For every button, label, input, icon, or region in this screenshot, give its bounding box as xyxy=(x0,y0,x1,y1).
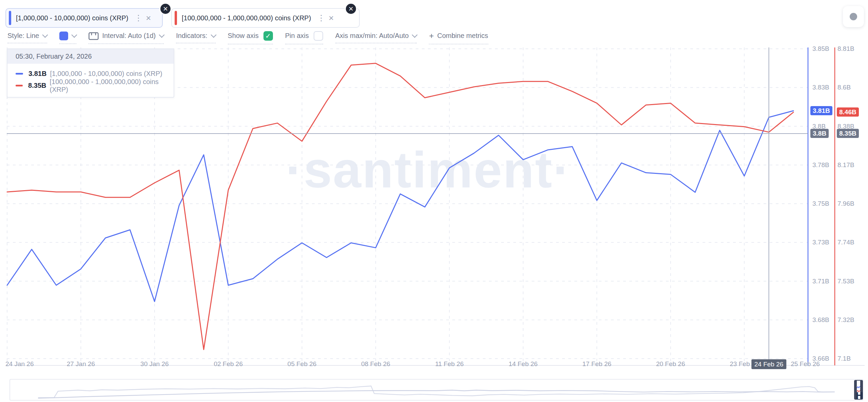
x-tick-label: 17 Feb 26 xyxy=(582,360,611,368)
plus-icon: + xyxy=(429,31,434,41)
record-button[interactable] xyxy=(843,6,864,27)
x-tick-label: 05 Feb 26 xyxy=(288,360,317,368)
record-icon xyxy=(850,13,857,20)
axis-maxmin-label: Axis max/min: Auto/Auto xyxy=(335,32,409,40)
combine-metrics-button[interactable]: + Combine metrics xyxy=(429,31,488,44)
axis-maxmin-dropdown[interactable]: Axis max/min: Auto/Auto xyxy=(335,32,417,43)
chevron-down-icon xyxy=(412,32,418,38)
chart-toolbar: Style: Line Interval: Auto (1d) Indicato… xyxy=(7,30,488,45)
color-picker[interactable] xyxy=(59,32,76,44)
x-tick-label: 27 Jan 26 xyxy=(67,360,95,368)
tooltip-value: 3.81B xyxy=(28,70,46,78)
y-tick-label: 3.68B xyxy=(812,316,829,324)
combine-metrics-label: Combine metrics xyxy=(437,32,488,40)
show-axis-label: Show axis xyxy=(228,32,259,40)
crosshair-date-badge: 24 Feb 26 xyxy=(751,359,787,369)
crosshair-badge-red-axis: 8.35B xyxy=(837,129,859,138)
tooltip-label: [1,000,000 - 10,000,000) coins (XRP) xyxy=(50,70,162,78)
pin-axis-label: Pin axis xyxy=(285,32,309,40)
y-tick-label: 3.75B xyxy=(812,200,829,207)
pin-axis-checkbox[interactable] xyxy=(314,31,323,41)
y-tick-label: 7.1B xyxy=(837,355,851,362)
x-tick-label: 14 Feb 26 xyxy=(509,360,538,368)
show-axis-checkbox[interactable]: ✓ xyxy=(263,31,273,41)
metric-tab-1[interactable]: [1,000,000 - 10,000,000) coins (XRP) ⋮ × xyxy=(5,8,163,28)
y-tick-label: 3.78B xyxy=(812,161,829,169)
metric-tab-label: [1,000,000 - 10,000,000) coins (XRP) xyxy=(16,14,128,22)
y-tick-label: 8.17B xyxy=(837,161,854,169)
y-tick-label: 8.81B xyxy=(837,45,854,53)
tooltip-value: 8.35B xyxy=(28,82,46,89)
y-tick-label: 8.6B xyxy=(837,84,851,91)
tooltip-row-red: 8.35B [100,000,000 - 1,000,000,000) coin… xyxy=(16,80,174,92)
last-value-badge-red: 8.46B xyxy=(837,107,859,117)
metric-tab-label: [100,000,000 - 1,000,000,000) coins (XRP… xyxy=(182,14,311,22)
interval-dropdown[interactable]: Interval: Auto (1d) xyxy=(88,32,164,44)
last-value-badge-blue: 3.81B xyxy=(810,106,832,115)
style-label: Style: Line xyxy=(7,32,39,40)
tooltip-label: [100,000,000 - 1,000,000,000) coins (XRP… xyxy=(50,78,174,94)
x-tick-label: 25 Feb 26 xyxy=(791,360,820,368)
metric-tab-2[interactable]: [100,000,000 - 1,000,000,000) coins (XRP… xyxy=(171,8,360,28)
chevron-down-icon xyxy=(211,32,216,38)
chart-tooltip: 05:30, February 24, 2026 3.81B [1,000,00… xyxy=(7,48,174,98)
x-tick-label: 08 Feb 26 xyxy=(361,360,390,368)
chevron-down-icon xyxy=(159,32,165,38)
metric-color-bar xyxy=(9,11,11,25)
y-tick-label: 3.85B xyxy=(812,45,829,53)
kebab-menu-icon[interactable]: ⋮ xyxy=(134,13,142,23)
y-tick-label: 3.83B xyxy=(812,84,829,91)
crosshair-badge-blue-axis: 3.8B xyxy=(810,129,829,138)
pin-axis-control[interactable]: Pin axis xyxy=(285,31,323,44)
color-swatch[interactable] xyxy=(59,32,68,40)
y-tick-label: 7.53B xyxy=(837,278,854,285)
minimap-history[interactable] xyxy=(9,379,863,401)
chevron-down-icon xyxy=(72,32,77,38)
series-dash-icon xyxy=(16,73,23,75)
interval-label: Interval: Auto (1d) xyxy=(102,32,156,40)
indicators-dropdown[interactable]: Indicators: xyxy=(176,32,215,43)
x-tick-label: 11 Feb 26 xyxy=(435,360,463,368)
chevron-down-icon xyxy=(42,32,48,38)
show-axis-control[interactable]: Show axis ✓ xyxy=(228,31,273,44)
y-tick-label: 7.32B xyxy=(837,316,854,324)
x-tick-label: 02 Feb 26 xyxy=(214,360,243,368)
y-tick-label: 3.71B xyxy=(812,278,829,285)
y-tick-label: 3.73B xyxy=(812,239,829,246)
close-icon[interactable]: × xyxy=(146,13,151,23)
remove-metric-badge-2[interactable]: × xyxy=(345,3,357,15)
minimap-series xyxy=(38,390,834,398)
interval-icon xyxy=(88,32,99,40)
metric-color-bar xyxy=(175,11,177,25)
style-dropdown[interactable]: Style: Line xyxy=(7,32,47,43)
y-tick-label: 7.96B xyxy=(837,200,854,207)
y-tick-label: 7.74B xyxy=(837,239,854,246)
tooltip-timestamp: 05:30, February 24, 2026 xyxy=(7,49,174,64)
series-lines xyxy=(7,63,793,350)
x-tick-label: 30 Jan 26 xyxy=(140,360,169,368)
x-tick-label: 20 Feb 26 xyxy=(656,360,685,368)
series-dash-icon xyxy=(16,85,23,86)
kebab-menu-icon[interactable]: ⋮ xyxy=(317,13,325,23)
app-logo: H xyxy=(856,390,863,401)
close-icon[interactable]: × xyxy=(329,13,334,23)
remove-metric-badge-1[interactable]: × xyxy=(159,3,172,15)
x-tick-label: 24 Jan 26 xyxy=(5,360,34,368)
indicators-label: Indicators: xyxy=(176,32,207,40)
